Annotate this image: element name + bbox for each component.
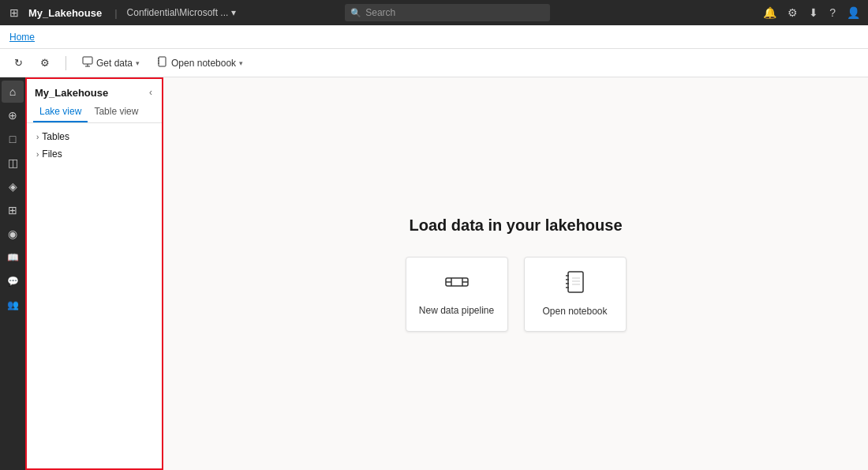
main-content: Load data in your lakehouse New data pip… [163, 77, 868, 470]
explorer-tree: › Tables › Files [27, 123, 162, 468]
settings-icon: ⚙ [40, 57, 50, 69]
nav-integrations-icon[interactable]: ⊞ [2, 199, 24, 221]
help-icon[interactable]: ? [828, 5, 837, 21]
app-name: My_Lakehouse [28, 7, 102, 19]
open-notebook-button[interactable]: Open notebook ▾ [152, 53, 248, 73]
top-bar-right-icons: 🔔 ⚙ ⬇ ? 👤 [761, 5, 862, 21]
svg-rect-0 [83, 57, 92, 64]
search-bar[interactable]: 🔍 [345, 4, 550, 21]
explorer-collapse-button[interactable]: ‹ [148, 85, 154, 100]
pipeline-icon [445, 272, 469, 297]
breadcrumb-text: Confidential\Microsoft ... [127, 7, 229, 18]
user-icon[interactable]: 👤 [845, 5, 862, 21]
download-icon[interactable]: ⬇ [807, 5, 820, 21]
bell-icon[interactable]: 🔔 [761, 5, 778, 21]
left-nav: ⌂ ⊕ □ ◫ ◈ ⊞ ◉ 📖 💬 👥 [0, 77, 25, 470]
nav-learn-icon[interactable]: 📖 [2, 246, 24, 269]
refresh-icon: ↻ [14, 57, 23, 69]
card-row: New data pipeline Open note [406, 257, 627, 332]
main-layout: ⌂ ⊕ □ ◫ ◈ ⊞ ◉ 📖 💬 👥 My_Lakehouse ‹ Lake … [0, 77, 868, 470]
gear-icon[interactable]: ⚙ [786, 5, 799, 21]
home-breadcrumb[interactable]: Home [6, 30, 38, 44]
nav-monitor-icon[interactable]: ◉ [2, 223, 24, 245]
get-data-chevron: ▾ [136, 59, 140, 67]
search-icon: 🔍 [350, 8, 361, 18]
tree-item-tables[interactable]: › Tables [27, 128, 162, 145]
tree-item-files[interactable]: › Files [27, 145, 162, 163]
refresh-button[interactable]: ↻ [9, 54, 28, 72]
settings-button[interactable]: ⚙ [36, 54, 54, 72]
open-notebook-chevron: ▾ [239, 59, 243, 67]
tab-table-view[interactable]: Table view [88, 103, 144, 122]
explorer-tabs: Lake view Table view [27, 103, 162, 123]
get-data-label: Get data [96, 58, 133, 69]
grid-icon[interactable]: ⊞ [6, 3, 22, 22]
new-data-pipeline-label: New data pipeline [419, 305, 494, 316]
explorer-panel: My_Lakehouse ‹ Lake view Table view › Ta… [25, 77, 163, 470]
breadcrumb[interactable]: Confidential\Microsoft ... ▾ [127, 7, 237, 18]
breadcrumb-bar: Home [0, 25, 868, 49]
sub-toolbar: ↻ ⚙ Get data ▾ Open notebook ▾ [0, 49, 868, 77]
get-data-button[interactable]: Get data ▾ [77, 53, 144, 73]
open-notebook-card[interactable]: Open notebook [524, 257, 627, 332]
nav-models-icon[interactable]: ◈ [2, 175, 24, 197]
svg-rect-3 [159, 57, 166, 66]
open-notebook-icon [157, 56, 168, 70]
files-label: Files [42, 149, 62, 160]
tables-label: Tables [42, 131, 69, 142]
get-data-icon [82, 56, 93, 70]
explorer-header: My_Lakehouse ‹ [27, 79, 162, 103]
explorer-title: My_Lakehouse [35, 87, 108, 99]
notebook-icon [565, 271, 586, 298]
new-data-pipeline-card[interactable]: New data pipeline [406, 257, 508, 332]
nav-people-icon[interactable]: 👥 [2, 294, 24, 316]
nav-home-icon[interactable]: ⌂ [2, 81, 24, 103]
breadcrumb-chevron[interactable]: ▾ [231, 7, 236, 18]
load-title: Load data in your lakehouse [409, 216, 622, 235]
top-bar: ⊞ My_Lakehouse | Confidential\Microsoft … [0, 0, 868, 25]
nav-workspace-icon[interactable]: 💬 [2, 270, 24, 292]
nav-data-icon[interactable]: ◫ [2, 152, 24, 174]
svg-rect-12 [568, 272, 583, 292]
tab-lake-view[interactable]: Lake view [33, 103, 88, 122]
tables-chevron-icon: › [36, 133, 39, 141]
open-notebook-label: Open notebook [171, 58, 236, 69]
separator: | [114, 7, 117, 19]
search-input[interactable] [345, 4, 550, 21]
nav-create-icon[interactable]: ⊕ [2, 104, 24, 126]
open-notebook-card-label: Open notebook [542, 306, 607, 317]
nav-browse-icon[interactable]: □ [2, 128, 24, 150]
files-chevron-icon: › [36, 150, 39, 159]
